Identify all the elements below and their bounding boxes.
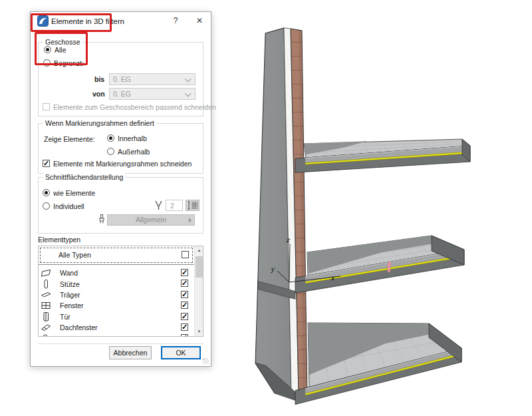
- group-markierungsrahmen-label: Wenn Markierungsrahmen definiert: [43, 119, 156, 127]
- bis-combobox[interactable]: 0. EG: [109, 73, 196, 85]
- scroll-down-icon[interactable]: ▼: [195, 327, 203, 336]
- list-item-stuetze[interactable]: Stütze: [39, 278, 194, 289]
- archicad-icon: [37, 15, 49, 27]
- radio-alle-label: Alle: [55, 46, 66, 54]
- radio-individuell-label: Individuell: [53, 202, 84, 210]
- radio-innerhalb[interactable]: [107, 134, 114, 142]
- bis-value: 0. EG: [113, 75, 131, 83]
- radio-alle[interactable]: [44, 46, 51, 53]
- object-icon: [41, 334, 51, 336]
- fill-pattern-button[interactable]: [186, 200, 200, 211]
- chevron-down-icon: [185, 76, 192, 83]
- door-icon: [41, 312, 51, 321]
- checkbox-geschossbereich-label: Elemente zum Geschossbereich passend sch…: [53, 103, 216, 111]
- dialog-title: Elemente in 3D filtern: [51, 17, 124, 25]
- close-button[interactable]: ✕: [194, 16, 205, 27]
- row-checkbox[interactable]: [181, 291, 188, 298]
- radio-begrenzt-label: Begrenzt:: [54, 59, 84, 67]
- filter-elements-dialog: Elemente in 3D filtern ? ✕ Geschosse All…: [30, 11, 211, 367]
- wall-icon: [41, 269, 51, 278]
- checkbox-geschossbereich[interactable]: [43, 103, 50, 110]
- all-types-checkbox[interactable]: [182, 251, 189, 258]
- window-icon: [41, 302, 51, 310]
- list-scrollbar[interactable]: ▲ ▼: [194, 246, 203, 336]
- allgemein-button-label: Allgemein: [136, 216, 166, 224]
- flyout-arrow-icon: [189, 218, 192, 222]
- pen-icon: [154, 200, 163, 210]
- help-button[interactable]: ?: [170, 16, 181, 27]
- list-item-dachfenster[interactable]: Dachfenster: [39, 322, 194, 333]
- von-combobox[interactable]: 0. EG: [109, 88, 196, 100]
- allgemein-button[interactable]: Allgemein: [107, 214, 195, 226]
- row-checkbox[interactable]: [181, 302, 188, 309]
- group-schnittflaechen-label: Schnittflächendarstellung: [43, 173, 125, 181]
- row-checkbox[interactable]: [181, 323, 188, 331]
- beam-icon: [41, 291, 51, 299]
- radio-ausserhalb-label: Außerhalb: [118, 148, 150, 156]
- pen-number-field[interactable]: [166, 200, 183, 211]
- radio-ausserhalb[interactable]: [107, 148, 114, 155]
- radio-individuell[interactable]: [43, 202, 50, 210]
- scroll-up-icon[interactable]: ▲: [195, 246, 203, 255]
- group-geschosse-label: Geschosse: [43, 38, 82, 46]
- all-types-label: Alle Typen: [59, 251, 91, 259]
- edit-marker[interactable]: [388, 262, 390, 272]
- row-checkbox[interactable]: [181, 280, 188, 287]
- column-icon: [41, 280, 51, 289]
- bis-label: bis: [94, 75, 104, 83]
- ok-button[interactable]: OK: [161, 346, 201, 359]
- application-window: z y x Elemente in 3D filtern ? ✕ Geschos…: [0, 0, 532, 416]
- scrollbar-thumb[interactable]: [196, 256, 203, 278]
- checkbox-markierungsrahmen-schneiden[interactable]: [43, 160, 50, 167]
- elementtypen-label: Elementtypen: [38, 236, 80, 244]
- elementtypen-listbox: Alle Typen Wand Stütze: [38, 246, 203, 337]
- list-item-fenster[interactable]: Fenster: [39, 300, 194, 311]
- zeige-elemente-label: Zeige Elemente:: [44, 135, 94, 143]
- dialog-titlebar[interactable]: Elemente in 3D filtern ? ✕: [31, 12, 211, 31]
- footer-separator: [38, 343, 203, 344]
- list-item-tuer[interactable]: Tür: [39, 312, 194, 322]
- radio-begrenzt[interactable]: [43, 59, 51, 67]
- von-label: von: [92, 90, 105, 98]
- radio-innerhalb-label: Innerhalb: [118, 134, 147, 142]
- list-item-traeger[interactable]: Träger: [39, 290, 194, 300]
- radio-wie-elemente-label: wie Elemente: [53, 189, 95, 197]
- row-checkbox[interactable]: [181, 269, 188, 276]
- all-types-row[interactable]: Alle Typen: [40, 248, 193, 263]
- slab-top: [295, 139, 470, 172]
- list-item-wand[interactable]: Wand: [39, 268, 194, 278]
- brush-icon: [98, 214, 106, 224]
- list-separator: [39, 264, 194, 265]
- skylight-icon: [41, 323, 51, 331]
- wall: [255, 28, 307, 395]
- von-value: 0. EG: [113, 90, 131, 98]
- row-checkbox[interactable]: [181, 334, 188, 336]
- resize-grip[interactable]: [203, 358, 209, 364]
- list-item-objekt[interactable]: Objekt: [39, 333, 194, 336]
- chevron-down-icon: [185, 91, 192, 97]
- checkbox-markierungsrahmen-schneiden-label: Elemente mit Markierungsrahmen schneiden: [53, 160, 192, 168]
- row-checkbox[interactable]: [181, 313, 188, 320]
- cancel-button[interactable]: Abbrechen: [109, 346, 152, 359]
- radio-wie-elemente[interactable]: [43, 189, 50, 196]
